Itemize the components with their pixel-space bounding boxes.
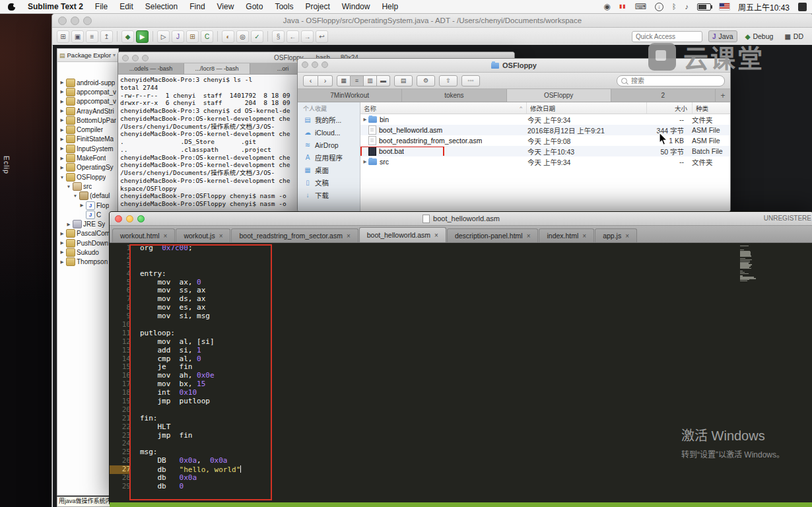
coverflow-view-button[interactable]: ▬	[377, 75, 390, 86]
menu-item-find[interactable]: Find	[184, 2, 211, 11]
disclosure-collapsed-icon[interactable]: ▶	[59, 89, 65, 94]
eclipse-window-controls[interactable]	[58, 17, 92, 25]
new-class-icon[interactable]: C	[201, 30, 213, 43]
zoom-icon[interactable]	[83, 17, 92, 25]
search-field[interactable]	[617, 75, 725, 86]
notification-center-icon[interactable]	[798, 3, 807, 11]
flag-icon[interactable]	[720, 3, 729, 10]
sidebar-item-item-4[interactable]: ▦桌面	[298, 164, 360, 176]
close-icon[interactable]	[58, 17, 67, 25]
eclipse-titlebar[interactable]: Java - OSFloppy/src/OperatingSystem.java…	[52, 14, 812, 28]
task-icon[interactable]: ✓	[251, 30, 263, 43]
print-icon[interactable]: ≡	[86, 30, 98, 43]
apple-menu-icon[interactable]	[8, 3, 15, 11]
disclosure-triangle-icon[interactable]: ▶	[362, 117, 368, 122]
annotation-icon[interactable]: §	[272, 30, 285, 43]
disclosure-collapsed-icon[interactable]: ▶	[59, 231, 65, 236]
file-row-src[interactable]: ▶src今天 上午9:34--文件夹	[360, 156, 730, 167]
tree-item-appcompat-v[interactable]: ▶appcompat_v	[57, 97, 118, 106]
close-tab-icon[interactable]: ×	[164, 232, 168, 240]
tree-item-bottomuppar[interactable]: ▶BottomUpPar	[57, 116, 118, 125]
column-header-item-3[interactable]: 种类	[693, 102, 730, 114]
tree-item-operatingsy[interactable]: ▶OperatingSy	[57, 163, 118, 172]
sublime-titlebar[interactable]: boot_helloworld.asm UNREGISTERE	[110, 212, 812, 226]
list-view-button[interactable]: ≡	[351, 75, 364, 86]
editor-tab-boot-helloworld-asm[interactable]: boot_helloworld.asm×	[359, 227, 446, 242]
menu-item-file[interactable]: File	[89, 2, 114, 11]
close-tab-icon[interactable]: ×	[219, 232, 223, 240]
search-icon[interactable]: ◎	[236, 30, 249, 43]
disclosure-collapsed-icon[interactable]: ▶	[59, 146, 65, 151]
column-header-item-0[interactable]: 名称^	[360, 102, 527, 114]
terminal-tab-odels-bash[interactable]: ...odels — -bash	[118, 63, 184, 74]
jar-icon[interactable]: ◐	[222, 30, 234, 43]
close-tab-icon[interactable]: ×	[527, 232, 531, 240]
new-tab-button[interactable]: +	[716, 89, 730, 102]
run-icon[interactable]: ▶	[136, 30, 149, 43]
tab-package-explorer[interactable]: Package Explor	[67, 51, 112, 59]
arrange-button[interactable]: ▤	[394, 75, 413, 86]
minimize-icon[interactable]	[71, 17, 79, 25]
tree-item-makefont[interactable]: ▶MakeFont	[57, 153, 118, 162]
tree-item-flop[interactable]: ▶JFlop	[57, 201, 118, 210]
terminal-window-controls[interactable]	[122, 55, 149, 61]
disclosure-triangle-icon[interactable]: ▶	[362, 159, 368, 164]
tree-item-arrayandstri[interactable]: ▶ArrayAndStri	[57, 106, 118, 116]
tree-item-compiler[interactable]: ▶Compiler	[57, 125, 118, 134]
sidebar-item-icloud[interactable]: ☁iCloud...	[298, 126, 360, 139]
sublime-window-controls[interactable]	[115, 215, 145, 222]
bluetooth-icon[interactable]: ᛒ	[672, 0, 677, 13]
sidebar-item-airdrop[interactable]: ≋AirDrop	[298, 139, 360, 151]
file-row-boot-bat[interactable]: boot.bat今天 上午10:4350 字节Batch File	[360, 146, 730, 156]
editor-tab-index-html[interactable]: index.html×	[539, 228, 594, 242]
editor-tab-app-js[interactable]: app.js×	[595, 228, 637, 242]
tree-item-finitstatema[interactable]: ▶FinitStateMa	[57, 135, 118, 144]
sidebar-item-item-3[interactable]: A应用程序	[298, 151, 360, 164]
back-button[interactable]: ‹	[303, 75, 318, 86]
finder-tab-2[interactable]: 2	[611, 89, 716, 102]
disclosure-collapsed-icon[interactable]: ▶	[59, 250, 65, 255]
close-icon[interactable]	[122, 55, 129, 61]
disclosure-collapsed-icon[interactable]: ▶	[59, 259, 65, 265]
terminal-tab-locr8-bash[interactable]: .../locr8 — -bash	[184, 63, 250, 74]
editor-tab-boot-readstring-from-sector-asm[interactable]: boot_readstring_from_sector.asm×	[231, 228, 358, 242]
disclosure-collapsed-icon[interactable]: ▶	[59, 127, 65, 133]
sidebar-item-item-6[interactable]: ↓下载	[298, 189, 360, 201]
close-icon[interactable]	[115, 215, 122, 222]
tree-item-src[interactable]: ▼src	[57, 182, 118, 191]
perspective-dd[interactable]: ▦DD	[781, 31, 807, 42]
battery-icon[interactable]	[697, 3, 711, 11]
search-input[interactable]	[630, 77, 720, 85]
external-tools-icon[interactable]: ▷	[157, 30, 170, 43]
menu-item-goto[interactable]: Goto	[240, 2, 269, 11]
pause-icon[interactable]: ▮▮	[619, 0, 626, 13]
column-header-item-1[interactable]: 修改日期	[527, 102, 647, 114]
forward-icon[interactable]: →	[301, 30, 314, 43]
file-row-bin[interactable]: ▶bin今天 上午9:34--文件夹	[360, 114, 730, 125]
zoom-icon[interactable]	[142, 55, 149, 61]
tree-item-inputsystem[interactable]: ▶InputSystem	[57, 144, 118, 153]
column-view-button[interactable]: ▥	[364, 75, 377, 86]
volume-icon[interactable]: ♪	[685, 0, 689, 13]
menu-item-view[interactable]: View	[211, 2, 240, 11]
disclosure-expanded-icon[interactable]: ▼	[73, 193, 78, 198]
tags-button[interactable]: ◦◦◦	[461, 75, 480, 86]
menu-item-selection[interactable]: Selection	[139, 2, 184, 11]
editor-tab-workout-html[interactable]: workout.html×	[112, 228, 175, 242]
file-row-boot-readstring-from-sector-asm[interactable]: boot_readstring_from_sector.asm今天 上午9:08…	[360, 135, 730, 146]
disclosure-collapsed-icon[interactable]: ▶	[59, 156, 65, 161]
download-icon[interactable]: ↓	[655, 3, 663, 11]
finder-tab-osfloppy[interactable]: OSFloppy	[507, 89, 611, 102]
tree-item-osfloppy[interactable]: ▼OSFloppy	[57, 172, 118, 182]
finder-window-controls[interactable]	[302, 61, 328, 68]
forward-button[interactable]: ›	[318, 75, 333, 86]
share-button[interactable]: ⇧	[439, 75, 457, 86]
menubar-clock[interactable]: 周五上午10:43	[738, 1, 790, 13]
file-row-boot-helloworld-asm[interactable]: boot_helloworld.asm2016年8月12日 上午9:21344 …	[360, 125, 730, 135]
disclosure-collapsed-icon[interactable]: ▶	[66, 222, 71, 227]
tree-item-appcompat-v[interactable]: ▶appcompat_v	[57, 87, 118, 96]
close-tab-icon[interactable]: ×	[434, 232, 438, 239]
menu-item-project[interactable]: Project	[299, 2, 335, 11]
disclosure-collapsed-icon[interactable]: ▶	[59, 80, 65, 85]
column-header-item-2[interactable]: 大小	[647, 102, 693, 114]
